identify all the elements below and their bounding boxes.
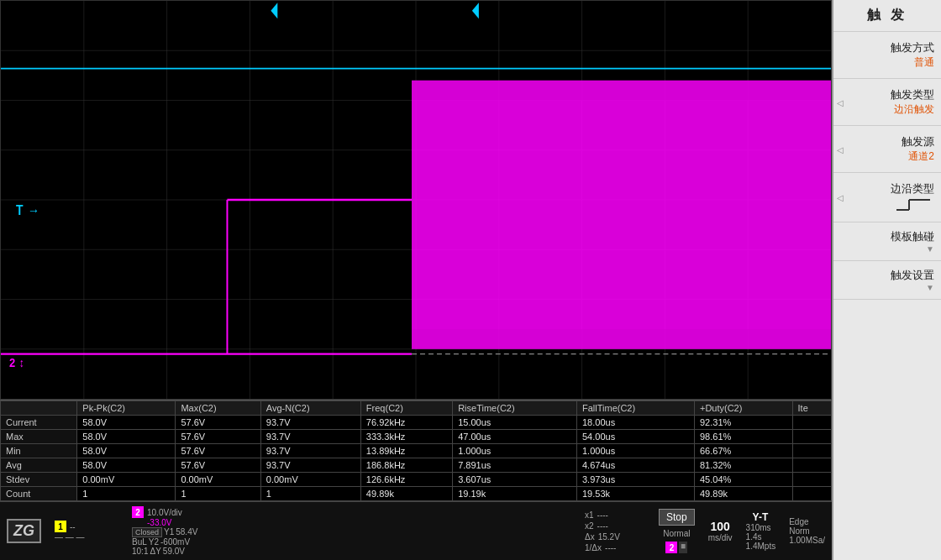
row-cell: 0.00mV bbox=[176, 473, 260, 487]
row-cell: 93.7V bbox=[260, 444, 360, 458]
template-touch-label: 模板触碰 bbox=[840, 229, 934, 244]
row-cell: 98.61% bbox=[694, 430, 792, 444]
table-row: Min58.0V57.6V93.7V13.89kHz1.000us1.000us… bbox=[1, 444, 832, 458]
row-cell: 1 bbox=[176, 487, 260, 501]
edge-type-label: 边沿类型 bbox=[840, 181, 934, 196]
measurement-table-container: Pk-Pk(C2) Max(C2) Avg-N(C2) Freq(C2) Ris… bbox=[0, 400, 832, 501]
row-cell bbox=[792, 487, 831, 501]
row-label: Avg bbox=[1, 458, 77, 473]
ch1-info: 1 -- — — — bbox=[55, 521, 122, 542]
row-label: Current bbox=[1, 416, 77, 430]
trigger-type-label: 触发类型 bbox=[840, 87, 934, 102]
col-header-duty: +Duty(C2) bbox=[694, 401, 792, 416]
row-label: Max bbox=[1, 430, 77, 444]
ch2-small-box: 2 bbox=[665, 542, 677, 553]
stop-button[interactable]: Stop bbox=[659, 509, 695, 526]
ch2-dy-row: 10:1 ΔY 59.0V bbox=[132, 547, 197, 556]
svg-text:→: → bbox=[28, 202, 39, 217]
trigger-source-value: 通道2 bbox=[840, 149, 934, 164]
ch2-y2-val: -600mV bbox=[160, 537, 190, 547]
normal-label: Normal bbox=[663, 529, 690, 538]
svg-text:2: 2 bbox=[9, 355, 15, 369]
row-cell: 0.00mV bbox=[77, 473, 176, 487]
norm-label: Norm bbox=[789, 526, 825, 536]
row-cell: 3.607us bbox=[453, 473, 577, 487]
trigger-x-info: x1 ---- x2 ---- Δx 15.2V 1/Δx ---- bbox=[585, 510, 652, 552]
row-cell: 45.04% bbox=[694, 473, 792, 487]
time-info: Y-T 310ms 1.4s 1.4Mpts bbox=[746, 511, 776, 551]
row-cell: 92.31% bbox=[694, 416, 792, 430]
row-cell: 93.7V bbox=[260, 430, 360, 444]
row-cell: 3.973us bbox=[577, 473, 695, 487]
row-cell: 333.3kHz bbox=[360, 430, 452, 444]
col-header-freq: Freq(C2) bbox=[360, 401, 452, 416]
row-cell: 13.89kHz bbox=[360, 444, 452, 458]
ch2-y2-row: BuL Y2 -600mV bbox=[132, 537, 197, 547]
timebase-value: 100 bbox=[708, 520, 733, 533]
svg-rect-22 bbox=[412, 81, 831, 349]
template-touch-menu[interactable]: 模板触碰 ▼ bbox=[833, 222, 941, 261]
row-cell: 58.0V bbox=[77, 458, 176, 473]
ch2-bul: BuL bbox=[132, 537, 147, 547]
trigger-type-arrow: ◁ bbox=[837, 97, 844, 107]
time-1-4Mpts: 1.4Mpts bbox=[746, 542, 776, 551]
row-cell bbox=[792, 444, 831, 458]
ch2-dy-val: 59.0V bbox=[163, 547, 185, 556]
col-header-rise: RiseTime(C2) bbox=[453, 401, 577, 416]
trigger-source-menu[interactable]: ◁ 触发源 通道2 bbox=[833, 126, 941, 173]
rising-edge-icon bbox=[892, 196, 934, 213]
x2-label: x2 bbox=[585, 521, 594, 531]
trigger-source-arrow: ◁ bbox=[837, 144, 844, 154]
trigger-mode-value: 普通 bbox=[840, 55, 934, 70]
ch1-extra: — — — bbox=[55, 532, 122, 542]
table-row: Max58.0V57.6V93.7V333.3kHz47.00us54.00us… bbox=[1, 430, 832, 444]
row-cell: 81.32% bbox=[694, 458, 792, 473]
row-cell: 66.67% bbox=[694, 444, 792, 458]
ch2-dy-label: ΔY bbox=[150, 547, 160, 556]
row-cell bbox=[792, 473, 831, 487]
trigger-mode-menu[interactable]: 触发方式 普通 bbox=[833, 32, 941, 79]
row-cell bbox=[792, 430, 831, 444]
delta-x-val: 15.2V bbox=[598, 532, 620, 542]
row-label: Count bbox=[1, 487, 77, 501]
col-header-fall: FallTime(C2) bbox=[577, 401, 695, 416]
row-cell: 93.7V bbox=[260, 416, 360, 430]
row-cell: 1 bbox=[77, 487, 176, 501]
ch2-volt-div: 10.0V/div bbox=[147, 508, 182, 517]
row-cell: 58.0V bbox=[77, 444, 176, 458]
row-cell: 49.89k bbox=[360, 487, 452, 501]
x1-label: x1 bbox=[585, 510, 594, 520]
row-cell: 57.6V bbox=[176, 458, 260, 473]
row-cell: 47.00us bbox=[453, 430, 577, 444]
ch2-ratio: 10:1 bbox=[132, 547, 148, 556]
trigger-type-menu[interactable]: ◁ 触发类型 边沿触发 bbox=[833, 79, 941, 126]
trigger-setting-arrow: ▼ bbox=[926, 283, 934, 292]
trigger-setting-label: 触发设置 bbox=[840, 268, 934, 283]
svg-rect-23 bbox=[412, 81, 831, 101]
edge-label: Edge bbox=[789, 517, 825, 526]
row-cell: 18.00us bbox=[577, 416, 695, 430]
table-row: Current58.0V57.6V93.7V76.92kHz15.00us18.… bbox=[1, 416, 832, 430]
row-cell: 7.891us bbox=[453, 458, 577, 473]
row-cell: 1 bbox=[260, 487, 360, 501]
edge-type-arrow: ◁ bbox=[837, 193, 844, 202]
yt-label: Y-T bbox=[753, 511, 776, 523]
svg-rect-24 bbox=[412, 329, 831, 349]
ch2-y1-row: Closed Y1 58.4V bbox=[132, 527, 197, 537]
waveform-svg: T → 2 ↕ bbox=[1, 1, 831, 399]
row-cell: 0.00mV bbox=[260, 473, 360, 487]
row-cell: 93.7V bbox=[260, 458, 360, 473]
inv-x-label: 1/Δx bbox=[585, 543, 602, 552]
row-label: Min bbox=[1, 444, 77, 458]
row-cell: 15.00us bbox=[453, 416, 577, 430]
inv-x-val: ---- bbox=[605, 543, 616, 552]
table-row: Count11149.89k19.19k19.53k49.89k bbox=[1, 487, 832, 501]
x1-val: ---- bbox=[597, 510, 608, 520]
ch2-box: 2 bbox=[132, 506, 144, 518]
row-cell bbox=[792, 458, 831, 473]
edge-type-menu[interactable]: ◁ 边沿类型 bbox=[833, 173, 941, 222]
trigger-setting-menu[interactable]: 触发设置 ▼ bbox=[833, 261, 941, 300]
template-touch-arrow: ▼ bbox=[926, 244, 934, 254]
measurement-table: Pk-Pk(C2) Max(C2) Avg-N(C2) Freq(C2) Ris… bbox=[0, 400, 832, 501]
row-cell: 4.674us bbox=[577, 458, 695, 473]
